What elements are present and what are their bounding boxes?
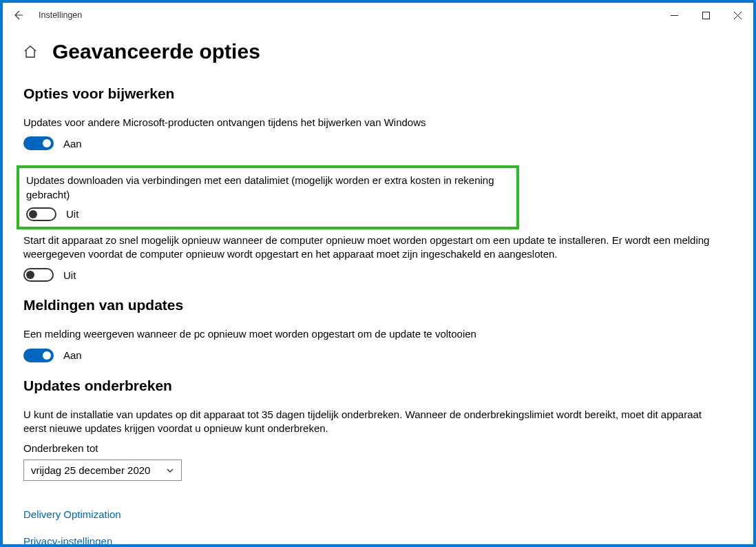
toggle-row-microsoft-products: Aan: [23, 136, 733, 150]
toggle-label-microsoft-products: Aan: [63, 138, 82, 149]
toggle-knob: [26, 271, 34, 279]
pause-updates-description: U kunt de installatie van updates op dit…: [23, 408, 719, 436]
content-area: Geavanceerde opties Opties voor bijwerke…: [3, 28, 753, 544]
toggle-metered-connection[interactable]: [26, 207, 56, 221]
option-restart-asap-text: Start dit apparaat zo snel mogelijk opni…: [23, 234, 733, 262]
minimize-icon: [671, 12, 678, 19]
toggle-knob: [29, 210, 37, 218]
maximize-icon: [702, 12, 710, 19]
pause-until-selected: vrijdag 25 december 2020: [31, 464, 150, 476]
toggle-knob: [43, 139, 51, 147]
svg-rect-1: [702, 12, 709, 19]
section-title-update-options: Opties voor bijwerken: [23, 85, 733, 102]
section-title-pause-updates: Updates onderbreken: [23, 378, 733, 394]
toggle-row-restart-notification: Aan: [23, 349, 733, 362]
toggle-row-metered-connection: Uit: [26, 207, 510, 221]
section-update-options: Opties voor bijwerken Updates voor ander…: [23, 85, 733, 282]
minimize-button[interactable]: [658, 4, 690, 26]
link-privacy-settings[interactable]: Privacy-instellingen: [23, 535, 733, 544]
close-icon: [734, 12, 742, 19]
option-microsoft-products-text: Updates voor andere Microsoft-producten …: [23, 116, 733, 130]
pause-until-dropdown[interactable]: vrijdag 25 december 2020: [23, 460, 182, 481]
toggle-label-metered-connection: Uit: [66, 208, 78, 220]
page-header: Geavanceerde opties: [23, 40, 733, 63]
window-controls: [658, 4, 753, 26]
toggle-restart-asap[interactable]: [23, 268, 54, 282]
pause-until-label: Onderbreken tot: [23, 442, 733, 454]
toggle-knob: [43, 351, 51, 360]
toggle-label-restart-asap: Uit: [63, 269, 76, 281]
option-restart-notification-text: Een melding weergeven wanneer de pc opni…: [23, 327, 733, 341]
page-title: Geavanceerde opties: [52, 40, 260, 63]
settings-window: Instellingen Geavanceerde opties Opties …: [3, 3, 753, 544]
chevron-down-icon: [166, 466, 174, 475]
titlebar: Instellingen: [3, 3, 753, 28]
option-metered-connection-text: Updates downloaden via verbindingen met …: [26, 174, 510, 202]
arrow-left-icon: [12, 10, 23, 21]
titlebar-left: Instellingen: [10, 7, 82, 23]
close-button[interactable]: [722, 4, 753, 26]
back-button[interactable]: [10, 7, 26, 23]
toggle-row-restart-asap: Uit: [23, 268, 733, 282]
toggle-label-restart-notification: Aan: [63, 349, 82, 361]
toggle-microsoft-products[interactable]: [23, 136, 54, 150]
section-title-notifications: Meldingen van updates: [23, 297, 733, 313]
section-pause-updates: Updates onderbreken U kunt de installati…: [23, 378, 733, 499]
app-title: Instellingen: [39, 10, 82, 20]
highlight-metered-connection: Updates downloaden via verbindingen met …: [17, 165, 519, 229]
section-notifications: Meldingen van updates Een melding weerge…: [23, 297, 733, 362]
maximize-button[interactable]: [690, 4, 722, 26]
home-icon[interactable]: [23, 45, 37, 59]
toggle-restart-notification[interactable]: [23, 349, 54, 362]
link-delivery-optimization[interactable]: Delivery Optimization: [23, 508, 733, 520]
